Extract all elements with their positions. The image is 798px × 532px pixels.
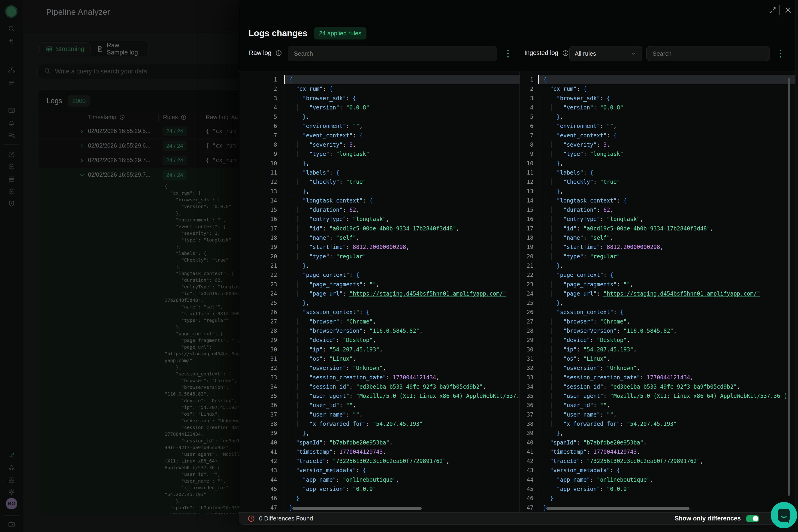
- code-line[interactable]: 21│ },: [239, 261, 519, 270]
- code-line[interactable]: 12│ │ "Checkly": "true": [239, 177, 519, 187]
- code-line[interactable]: 32│ │ "osVersion": "Unknown",: [520, 363, 795, 373]
- info-icon[interactable]: [275, 50, 282, 57]
- code-line[interactable]: 19│ │ "startTime": 8812.20000000298,: [239, 243, 519, 252]
- ingested-log-search-input[interactable]: [652, 50, 764, 57]
- code-line[interactable]: 26│ "session_context": {: [239, 307, 519, 317]
- code-line[interactable]: 9│ │ "type": "longtask": [239, 149, 519, 159]
- code-line[interactable]: 31│ │ "os": "Linux",: [520, 354, 795, 363]
- code-line[interactable]: 30│ │ "ip": "54.207.45.193",: [520, 345, 795, 354]
- code-line[interactable]: 27│ │ "browser": "Chrome",: [239, 317, 519, 326]
- code-line[interactable]: 41 "timestamp": 1770044129743,: [239, 447, 519, 456]
- code-line[interactable]: 38│ │ "x_forwarded_for": "54.207.45.193": [239, 419, 519, 429]
- code-line[interactable]: 5│ },: [239, 112, 519, 121]
- code-line[interactable]: 39│ },: [239, 429, 519, 438]
- code-line[interactable]: 29│ │ "device": "Desktop",: [520, 336, 795, 345]
- code-line[interactable]: 28│ │ "browserVersion": "116.0.5845.82",: [520, 326, 795, 336]
- code-line[interactable]: 46 }: [239, 494, 519, 503]
- code-line[interactable]: 26│ "session_context": {: [520, 307, 795, 317]
- vertical-scrollbar[interactable]: [788, 78, 790, 496]
- code-line[interactable]: 40 "spanId": "b7abfdbe20e953ba",: [239, 438, 519, 447]
- code-line[interactable]: 22│ "page_context": {: [239, 270, 519, 280]
- code-line[interactable]: 16│ │ "entryType": "longtask",: [520, 214, 795, 224]
- code-line[interactable]: 44│ "app_name": "onlineboutique",: [239, 475, 519, 484]
- code-line[interactable]: 25│ },: [520, 298, 795, 307]
- expand-icon[interactable]: [768, 5, 777, 15]
- close-icon[interactable]: [783, 5, 793, 15]
- code-line[interactable]: 13│ },: [239, 187, 519, 196]
- code-line[interactable]: 4│ │ "version": "0.0.8": [239, 103, 519, 112]
- code-line[interactable]: 30│ │ "ip": "54.207.45.193",: [239, 345, 519, 354]
- code-line[interactable]: 3│ "browser_sdk": {: [239, 94, 519, 103]
- code-line[interactable]: 15│ │ "duration": 62,: [239, 205, 519, 214]
- code-line[interactable]: 23│ │ "page_fragments": "",: [520, 280, 795, 289]
- code-line[interactable]: 43 "version_metadata": {: [520, 466, 795, 475]
- code-line[interactable]: 2 "cx_rum": {: [239, 84, 519, 94]
- code-line[interactable]: 46 }: [520, 494, 795, 503]
- horizontal-scrollbar[interactable]: [292, 507, 422, 510]
- code-line[interactable]: 14│ "longtask_context": {: [239, 196, 519, 205]
- ingested-log-search[interactable]: [646, 46, 770, 61]
- code-line[interactable]: 4│ │ "version": "0.0.8": [520, 103, 795, 112]
- code-line[interactable]: 32│ │ "osVersion": "Unknown",: [239, 363, 519, 373]
- code-line[interactable]: 1{: [520, 75, 795, 84]
- code-line[interactable]: 15│ │ "duration": 62,: [520, 205, 795, 214]
- code-line[interactable]: 20│ │ "type": "regular": [239, 252, 519, 261]
- code-line[interactable]: 40 "spanId": "b7abfdbe20e953ba",: [520, 438, 795, 447]
- code-line[interactable]: 28│ │ "browserVersion": "116.0.5845.82",: [239, 326, 519, 336]
- code-line[interactable]: 36│ │ "user_id": "",: [520, 401, 795, 410]
- raw-log-search[interactable]: [288, 46, 497, 61]
- code-line[interactable]: 39│ },: [520, 429, 795, 438]
- code-line[interactable]: 25│ },: [239, 298, 519, 307]
- horizontal-scrollbar[interactable]: [546, 507, 689, 510]
- code-line[interactable]: 24│ │ "page_url": "https://staging.d454b…: [239, 289, 519, 298]
- code-line[interactable]: 3│ "browser_sdk": {: [520, 94, 795, 103]
- code-line[interactable]: 41 "timestamp": 1770044129743,: [520, 447, 795, 456]
- chat-widget-button[interactable]: [771, 502, 797, 528]
- code-line[interactable]: 20│ │ "type": "regular": [520, 252, 795, 261]
- code-line[interactable]: 7│ "event_context": {: [239, 131, 519, 140]
- rules-filter-select[interactable]: All rules: [569, 46, 642, 61]
- raw-log-code-pane[interactable]: 1{2 "cx_rum": {3│ "browser_sdk": {4│ │ "…: [239, 71, 519, 512]
- code-line[interactable]: 31│ │ "os": "Linux",: [239, 354, 519, 363]
- code-line[interactable]: 33│ │ "session_creation_date": 177004412…: [520, 373, 795, 382]
- code-line[interactable]: 21│ },: [520, 261, 795, 270]
- code-line[interactable]: 35│ │ "user_agent": "Mozilla/5.0 (X11; L…: [239, 392, 519, 401]
- code-line[interactable]: 42 "traceId": "7322561302e3ce0c2eab0f772…: [520, 456, 795, 466]
- code-line[interactable]: 23│ │ "page_fragments": "",: [239, 280, 519, 289]
- code-line[interactable]: 37│ │ "user_name": "",: [239, 410, 519, 419]
- info-icon[interactable]: [562, 50, 569, 57]
- page-url-link[interactable]: "https://staging.d454bsf5hnn01.amplifyap…: [349, 290, 506, 297]
- code-line[interactable]: 8│ │ "severity": 3,: [520, 140, 795, 149]
- code-line[interactable]: 17│ │ "id": "a0cd19c5-00de-4b0b-9334-17b…: [239, 224, 519, 233]
- ingested-log-menu-icon[interactable]: [779, 49, 782, 59]
- code-line[interactable]: 34│ │ "session_id": "ed3be1ba-b533-49fc-…: [520, 382, 795, 392]
- code-line[interactable]: 35│ │ "user_agent": "Mozilla/5.0 (X11; L…: [520, 392, 795, 401]
- code-line[interactable]: 16│ │ "entryType": "longtask",: [239, 214, 519, 224]
- code-line[interactable]: 45│ "app_version": "0.0.9": [239, 484, 519, 494]
- code-line[interactable]: 38│ │ "x_forwarded_for": "54.207.45.193": [520, 419, 795, 429]
- code-line[interactable]: 14│ "longtask_context": {: [520, 196, 795, 205]
- code-line[interactable]: 37│ │ "user_name": "",: [520, 410, 795, 419]
- code-line[interactable]: 34│ │ "session_id": "ed3be1ba-b533-49fc-…: [239, 382, 519, 392]
- code-line[interactable]: 22│ "page_context": {: [520, 270, 795, 280]
- code-line[interactable]: 27│ │ "browser": "Chrome",: [520, 317, 795, 326]
- code-line[interactable]: 42 "traceId": "7322561302e3ce0c2eab0f772…: [239, 456, 519, 466]
- raw-log-search-input[interactable]: [294, 50, 491, 57]
- code-line[interactable]: 13│ },: [520, 187, 795, 196]
- code-line[interactable]: 7│ "event_context": {: [520, 131, 795, 140]
- code-line[interactable]: 2 "cx_rum": {: [520, 84, 795, 94]
- code-line[interactable]: 44│ "app_name": "onlineboutique",: [520, 475, 795, 484]
- code-line[interactable]: 6│ "environment": "",: [520, 121, 795, 131]
- code-line[interactable]: 8│ │ "severity": 3,: [239, 140, 519, 149]
- code-line[interactable]: 19│ │ "startTime": 8812.20000000298,: [520, 243, 795, 252]
- code-line[interactable]: 36│ │ "user_id": "",: [239, 401, 519, 410]
- code-line[interactable]: 17│ │ "id": "a0cd19c5-00de-4b0b-9334-17b…: [520, 224, 795, 233]
- code-line[interactable]: 18│ │ "name": "self",: [520, 233, 795, 243]
- code-line[interactable]: 24│ │ "page_url": "https://staging.d454b…: [520, 289, 795, 298]
- code-line[interactable]: 43 "version_metadata": {: [239, 466, 519, 475]
- raw-log-menu-icon[interactable]: [507, 49, 509, 59]
- code-line[interactable]: 10│ },: [239, 159, 519, 168]
- code-line[interactable]: 1{: [239, 75, 519, 84]
- page-url-link[interactable]: "https://staging.d454bsf5hnn01.amplifyap…: [603, 290, 760, 297]
- show-only-differences-toggle[interactable]: [746, 515, 759, 522]
